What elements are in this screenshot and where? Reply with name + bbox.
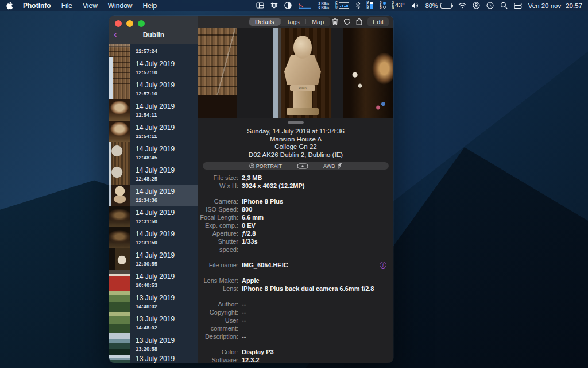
sidebar-list[interactable]: 12:57:2414 July 201912:57:1014 July 2019… bbox=[109, 44, 198, 363]
tab-tags[interactable]: Tags bbox=[281, 18, 305, 26]
photo-thumbnail bbox=[109, 227, 130, 248]
list-item[interactable]: 14 July 201912:34:36 bbox=[109, 185, 198, 206]
cpu-meter[interactable]: C P U bbox=[335, 2, 349, 9]
list-item[interactable]: 14 July 201910:40:53 bbox=[109, 270, 198, 291]
photo-time: 12:31:50 bbox=[136, 218, 175, 225]
detail-row: Shutter speed:1/33s bbox=[198, 237, 393, 254]
list-item[interactable]: 13 July 201913:20:58 bbox=[109, 334, 198, 355]
details-pane[interactable]: Sunday, 14 July 2019 at 11:34:36 Mansion… bbox=[198, 126, 393, 363]
list-item[interactable]: 14 July 201912:48:25 bbox=[109, 163, 198, 185]
tab-details[interactable]: Details bbox=[249, 18, 280, 26]
list-item[interactable]: 14 July 201912:30:55 bbox=[109, 248, 198, 270]
detail-row: Color:Display P3 bbox=[198, 348, 393, 356]
list-item[interactable]: 12:57:24 bbox=[109, 44, 198, 57]
menu-file[interactable]: File bbox=[61, 2, 72, 10]
photo-library-corridor[interactable] bbox=[343, 28, 393, 118]
photo-time: 12:48:25 bbox=[136, 175, 175, 182]
favorite-heart-icon[interactable] bbox=[343, 18, 351, 25]
detail-label: Exp. comp.: bbox=[198, 221, 238, 229]
app-menu-title[interactable]: PhotInfo bbox=[23, 2, 51, 10]
list-item[interactable]: 14 July 201912:31:50 bbox=[109, 206, 198, 227]
dropbox-icon[interactable] bbox=[270, 2, 278, 9]
info-icon[interactable]: i bbox=[380, 262, 386, 269]
minimize-button[interactable] bbox=[126, 20, 133, 27]
detail-group: Color:Display P3Software:12.3.2 bbox=[198, 348, 393, 363]
detail-label: Software: bbox=[198, 356, 238, 363]
zoom-button[interactable] bbox=[138, 20, 145, 27]
apple-menu-icon[interactable] bbox=[6, 2, 13, 10]
user-switch-icon[interactable] bbox=[473, 2, 480, 9]
list-item[interactable]: 13 July 201914:48:02 bbox=[109, 312, 198, 334]
menu-view[interactable]: View bbox=[83, 2, 98, 10]
photo-thumbnail bbox=[109, 291, 130, 312]
network-speed-readout[interactable]: 2 KB/s 0 KB/s bbox=[318, 2, 329, 9]
detail-label: Lens Maker: bbox=[198, 277, 238, 285]
contrast-icon[interactable] bbox=[284, 2, 292, 9]
list-item[interactable]: 13 July 2019 bbox=[109, 355, 198, 363]
detail-row: Aperture:ƒ/2.8 bbox=[198, 229, 393, 237]
list-item[interactable]: 14 July 201912:31:50 bbox=[109, 227, 198, 248]
photo-time: 14:48:02 bbox=[136, 324, 175, 331]
photo-thumbnail bbox=[109, 99, 130, 121]
photo-carousel[interactable]: Plato bbox=[198, 28, 393, 118]
list-item[interactable]: 13 July 201914:48:02 bbox=[109, 291, 198, 312]
photo-date: 14 July 2019 bbox=[136, 230, 175, 238]
detail-row: File name:IMG_6054.HEICi bbox=[198, 261, 393, 269]
list-item-text: 14 July 201910:40:53 bbox=[136, 273, 175, 289]
window-manager-icon[interactable] bbox=[256, 2, 264, 9]
spotlight-search-icon[interactable] bbox=[500, 2, 508, 9]
close-button[interactable] bbox=[115, 20, 122, 27]
time-machine-icon[interactable] bbox=[486, 2, 494, 9]
wifi-icon[interactable] bbox=[458, 2, 466, 9]
menubar-clock[interactable]: Ven 20 nov 20:57 bbox=[528, 2, 582, 9]
list-item[interactable]: 14 July 201912:48:45 bbox=[109, 142, 198, 163]
battery-percent: 80% bbox=[425, 2, 438, 9]
ssd-meter[interactable]: S S D bbox=[380, 2, 385, 9]
list-item-text: 12:57:24 bbox=[136, 48, 157, 57]
list-item[interactable]: 14 July 201912:57:10 bbox=[109, 78, 198, 99]
list-item-text: 13 July 201913:20:58 bbox=[136, 336, 175, 352]
list-item[interactable]: 14 July 201912:57:10 bbox=[109, 57, 198, 78]
trash-icon[interactable] bbox=[332, 18, 338, 25]
photo-date: 14 July 2019 bbox=[136, 273, 175, 281]
photo-thumbnail bbox=[109, 121, 130, 142]
detail-tabs: DetailsTagsMap bbox=[249, 17, 330, 26]
back-chevron-icon[interactable]: ‹ bbox=[114, 28, 117, 41]
photo-date: 13 July 2019 bbox=[136, 294, 175, 302]
detail-row: Description:-- bbox=[198, 332, 393, 340]
detail-row: User comment:-- bbox=[198, 316, 393, 332]
detail-value: iPhone 8 Plus bbox=[242, 197, 283, 205]
detail-group: File name:IMG_6054.HEICi bbox=[198, 261, 393, 269]
battery-icon bbox=[440, 3, 452, 9]
server-stack-icon[interactable] bbox=[514, 2, 522, 9]
photo-thumbnail bbox=[109, 312, 130, 334]
list-item[interactable]: 14 July 201912:54:11 bbox=[109, 99, 198, 121]
resize-drag-handle[interactable] bbox=[288, 121, 304, 124]
memory-bar-icon bbox=[370, 2, 373, 9]
photo-plato-bust[interactable]: Plato bbox=[273, 28, 331, 118]
detail-value: iPhone 8 Plus back dual camera 6.6mm f/2… bbox=[242, 285, 374, 293]
list-item-text: 13 July 201914:48:02 bbox=[136, 315, 175, 331]
menu-help[interactable]: Help bbox=[142, 2, 157, 10]
photo-library-shelves[interactable] bbox=[198, 28, 237, 118]
portrait-badge: PORTRAIT bbox=[249, 163, 282, 169]
memory-meter[interactable]: M E M bbox=[367, 2, 374, 9]
menu-window[interactable]: Window bbox=[108, 2, 133, 10]
volume-icon[interactable] bbox=[411, 2, 419, 9]
bluetooth-icon[interactable] bbox=[355, 2, 361, 9]
detail-value: -- bbox=[242, 332, 246, 340]
network-graph-icon[interactable] bbox=[298, 2, 312, 9]
temperature-value: 43° bbox=[395, 2, 405, 9]
detail-row: Author:-- bbox=[198, 300, 393, 308]
sensor-temperature[interactable]: S E N 43° bbox=[392, 2, 405, 9]
edit-button[interactable]: Edit bbox=[368, 17, 389, 26]
photo-time: 12:48:45 bbox=[136, 154, 175, 161]
tab-map[interactable]: Map bbox=[306, 18, 330, 26]
photo-date: 14 July 2019 bbox=[136, 145, 175, 153]
share-icon[interactable] bbox=[356, 18, 362, 25]
detail-label: Focal Length: bbox=[198, 213, 238, 221]
battery-indicator[interactable]: 80% bbox=[425, 2, 452, 9]
list-item[interactable]: 14 July 201912:54:11 bbox=[109, 121, 198, 142]
detail-row: Exp. comp.:0 EV bbox=[198, 221, 393, 229]
photo-date: 14 July 2019 bbox=[136, 209, 175, 217]
